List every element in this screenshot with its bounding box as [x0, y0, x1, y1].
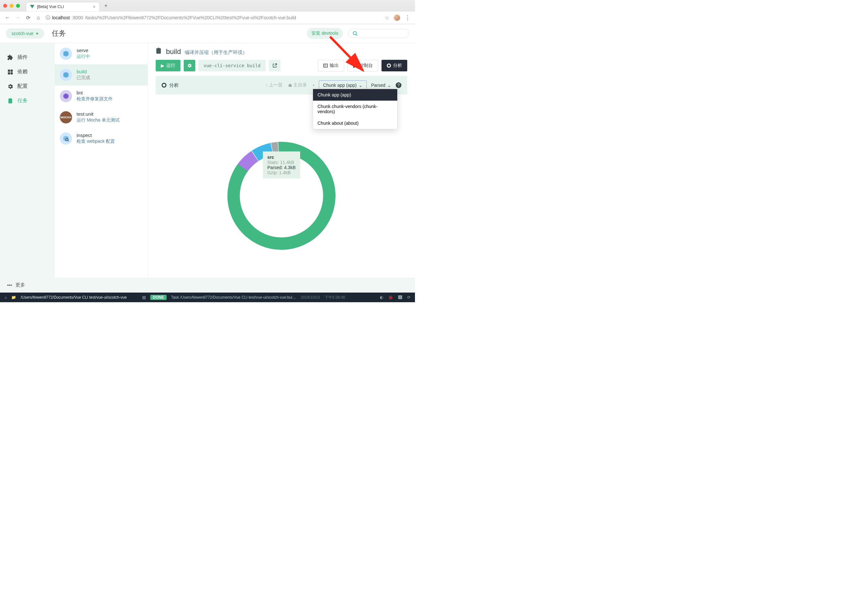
task-content: build 编译并压缩（用于生产环境） ▶ 运行 vue-cli-service… [148, 43, 415, 277]
task-desc: 运行中 [76, 54, 90, 60]
task-list: serve 运行中 build 已完成 lint 检查并修复源文件 MOCHA … [55, 43, 148, 277]
project-selector[interactable]: scotch-vue ▾ [6, 28, 44, 38]
terminal-bar: ⌂ 📁 /Users/feiwen8772/Documents/Vue CLI … [0, 293, 415, 302]
minimize-window-icon[interactable] [10, 4, 13, 8]
task-desc: 检查 webpack 配置 [76, 139, 115, 144]
task-title: build [166, 48, 181, 56]
browser-menu-icon[interactable]: ⋮ [405, 14, 410, 21]
task-name: build [76, 69, 90, 74]
status-badge: DONE [150, 295, 167, 300]
settings-button[interactable] [184, 60, 195, 71]
tooltip-name: src [267, 155, 296, 160]
close-tab-icon[interactable]: × [93, 4, 95, 9]
run-button[interactable]: ▶ 运行 [156, 60, 181, 71]
new-tab-button[interactable]: + [102, 3, 110, 9]
browser-tab[interactable]: [Beta] Vue CLI × [26, 2, 100, 11]
home-icon[interactable]: ⌂ [4, 295, 7, 300]
hex-icon [60, 90, 72, 102]
terminal-msg: Task /Users/feiwen8772/Documents/Vue CLI… [171, 295, 296, 300]
bug-icon[interactable]: 🐞 [388, 295, 393, 300]
svg-point-16 [387, 64, 391, 67]
refresh-icon[interactable]: ⟳ [407, 295, 410, 300]
sidebar-label: 插件 [18, 54, 28, 61]
donut-icon [387, 63, 391, 68]
task-item-serve[interactable]: serve 运行中 [55, 43, 148, 64]
mocha-icon: MOCHA [60, 111, 72, 123]
contrast-icon[interactable]: ◐ [380, 295, 383, 300]
dropdown-option[interactable]: Chunk app (app) [313, 89, 397, 101]
sidebar-item-deps[interactable]: 依赖 [0, 65, 55, 79]
up-level-button[interactable]: ↑ 上一层 [265, 82, 282, 88]
svg-rect-4 [8, 72, 10, 74]
svg-rect-3 [10, 69, 13, 72]
chevron-down-icon: ⌄ [359, 83, 363, 88]
puzzle-icon [7, 54, 13, 61]
sidebar-item-plugins[interactable]: 插件 [0, 50, 55, 65]
app-header: scotch-vue ▾ 任务 安装 devtools [0, 24, 415, 43]
console-tab[interactable]: 控制台 [347, 60, 378, 71]
chart-tooltip: src Stats: 11.4kB Parsed: 4.3kB Gzip: 1.… [263, 151, 300, 179]
chunk-dropdown: Chunk app (app) Chunk chunk-vendors (chu… [313, 89, 398, 129]
log-icon[interactable]: ▤ [142, 295, 146, 300]
play-icon: ▶ [161, 63, 164, 68]
more-button[interactable]: ••• 更多 [0, 277, 415, 293]
browser-chrome: [Beta] Vue CLI × + ← → ⟳ ⌂ ⓘ localhost:8… [0, 0, 415, 24]
svg-line-1 [356, 34, 357, 36]
install-devtools-button[interactable]: 安装 devtools [307, 28, 343, 39]
sidebar-item-config[interactable]: 配置 [0, 79, 55, 94]
bookmark-icon[interactable]: ☆ [385, 15, 389, 21]
address-bar[interactable]: ⓘ localhost:8000/tasks/%2FUsers%2Ffeiwen… [46, 15, 380, 21]
sidebar-label: 依赖 [18, 69, 28, 75]
root-label: 主目录 [293, 82, 307, 88]
task-item-build[interactable]: build 已完成 [55, 64, 148, 85]
analyze-label: 分析 [393, 63, 402, 69]
task-item-inspect[interactable]: inspect 检查 webpack 配置 [55, 128, 148, 149]
folder-icon[interactable]: 📁 [11, 295, 16, 300]
url-path: /tasks/%2FUsers%2Ffeiwen8772%2FDocuments… [85, 15, 296, 20]
gear-icon [7, 83, 13, 90]
search-input[interactable] [348, 29, 409, 38]
dropdown-option[interactable]: Chunk about (about) [313, 117, 397, 129]
tooltip-stats: Stats: 11.4kB [267, 160, 296, 165]
tooltip-parsed: Parsed: 4.3kB [267, 165, 296, 170]
home-icon [288, 83, 292, 87]
url-port: :8000 [72, 15, 83, 20]
task-name: lint [76, 90, 113, 95]
donut-icon [162, 83, 167, 88]
dropdown-option[interactable]: Chunk chunk-vendors (chunk-vendors) [313, 101, 397, 117]
zoom-window-icon[interactable] [16, 4, 20, 8]
home-button[interactable]: ⌂ [35, 15, 41, 21]
project-name: scotch-vue [12, 31, 34, 36]
analyze-tab[interactable]: 分析 [382, 60, 407, 71]
dots-icon: ••• [7, 282, 12, 288]
output-tab[interactable]: 输出 [318, 60, 344, 71]
site-info-icon[interactable]: ⓘ [46, 15, 50, 21]
sidebar-label: 配置 [18, 83, 28, 90]
forward-button[interactable]: → [15, 15, 21, 21]
root-button[interactable]: 主目录 [288, 82, 307, 88]
svg-point-17 [162, 83, 166, 87]
chevron-down-icon: ▾ [36, 31, 38, 36]
sidebar: 插件 依赖 配置 任务 [0, 43, 55, 277]
profile-avatar[interactable] [394, 15, 400, 21]
task-item-test-unit[interactable]: MOCHA test:unit 运行 Mocha 单元测试 [55, 107, 148, 128]
dashboard-icon [353, 63, 357, 68]
task-name: inspect [76, 132, 115, 138]
task-subtitle: 编译并压缩（用于生产环境） [185, 50, 247, 56]
svg-rect-9 [324, 64, 328, 67]
console-label: 控制台 [359, 63, 373, 69]
svg-rect-5 [10, 72, 13, 74]
help-button[interactable]: ? [396, 82, 401, 88]
vue-logo-icon [30, 5, 34, 9]
page-title: 任务 [52, 29, 66, 38]
open-external-button[interactable] [269, 60, 281, 71]
mode-selector[interactable]: Parsed ⌄ [371, 83, 391, 88]
window-controls[interactable] [3, 4, 20, 8]
close-window-icon[interactable] [3, 4, 7, 8]
reload-button[interactable]: ⟳ [25, 15, 31, 21]
translate-icon[interactable]: 🅰 [398, 295, 402, 300]
sidebar-item-tasks[interactable]: 任务 [0, 94, 55, 108]
back-button[interactable]: ← [4, 15, 10, 21]
box-icon [60, 69, 72, 81]
task-item-lint[interactable]: lint 检查并修复源文件 [55, 85, 148, 107]
